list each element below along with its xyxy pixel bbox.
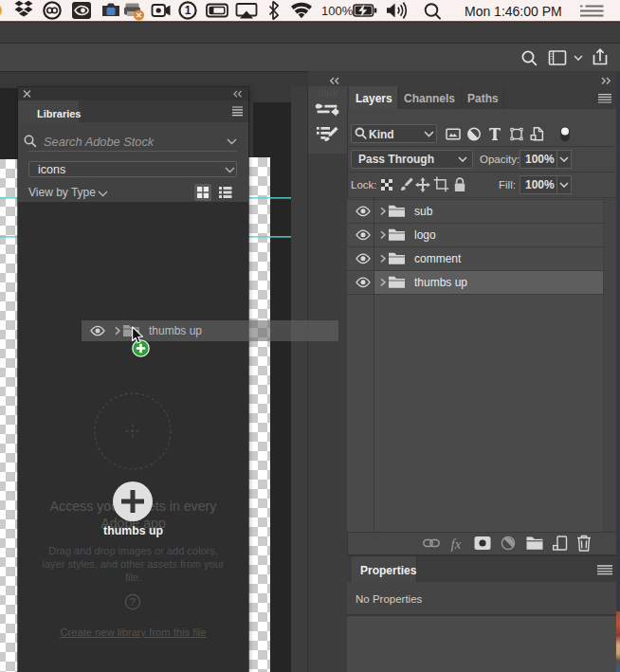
svg-text:1: 1 xyxy=(185,4,191,17)
svg-text:?: ? xyxy=(130,596,136,608)
svg-text:fx: fx xyxy=(451,536,462,552)
